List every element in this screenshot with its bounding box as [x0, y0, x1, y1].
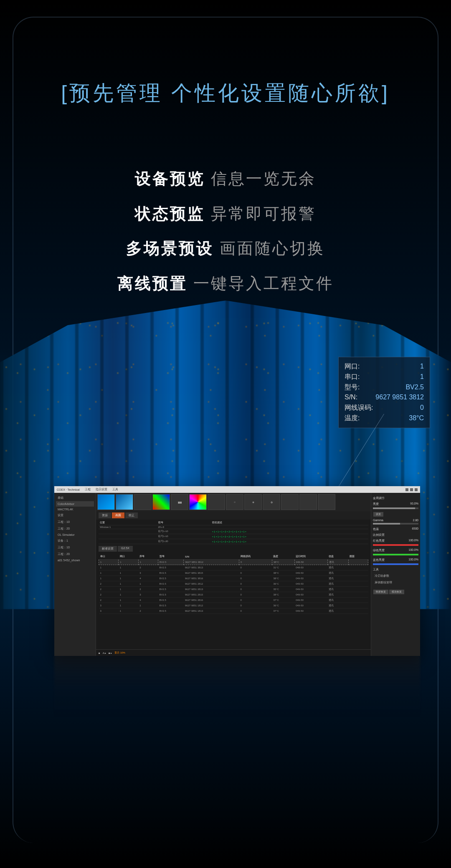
tab-screen[interactable]: 画面 — [112, 512, 124, 518]
blue-slider[interactable] — [373, 563, 418, 565]
callout-label: S/N: — [345, 392, 357, 403]
callout-value: BV2.5 — [405, 382, 424, 393]
sidebar-tab[interactable]: 基础 — [56, 495, 94, 501]
gradient-test-icon[interactable] — [152, 494, 170, 510]
panel-title: 全局调节 — [373, 496, 418, 500]
brightness-value: 93.0% — [410, 502, 418, 506]
sidebar-item[interactable]: 设置 — [56, 512, 94, 519]
table-row[interactable]: 312BV2.59627 9851 1813037°C049-50通讯 — [99, 608, 368, 614]
col-header: 图面 — [348, 554, 368, 560]
feature-row: 状态预监 异常即可报警 — [0, 197, 451, 232]
menu-item[interactable]: 工程 — [85, 487, 91, 492]
maximize-icon — [410, 488, 413, 491]
col-header: 联号 — [157, 520, 211, 525]
red-slider[interactable] — [373, 544, 418, 546]
table-row[interactable]: 111BV2.59627 9851 3812038°C049-50通讯 — [99, 560, 368, 565]
status-item[interactable]: A ▸ — [103, 651, 106, 654]
table-row[interactable]: 213BV2.59627 9851 2815038°C049-50通讯 — [99, 592, 368, 598]
feature-row: 设备预览 信息一览无余 — [0, 161, 451, 197]
color-wheel-icon[interactable] — [189, 494, 207, 510]
table-row[interactable]: 212BV2.59627 9851 2813035°C049-50通讯 — [99, 587, 368, 592]
brightness-slider[interactable] — [373, 507, 418, 509]
tools-label: 工具 — [373, 568, 418, 572]
sidebar-item[interactable]: 工程：20 — [56, 525, 94, 532]
table-row[interactable]: 211BV2.59627 9851 2812036°C049-50通讯 — [99, 581, 368, 587]
gear-icon[interactable]: ⚙ — [263, 494, 280, 510]
brightness-icon[interactable]: ☼ — [226, 494, 243, 510]
sidebar-item[interactable]: 工程：10 — [56, 544, 94, 551]
feature-grey: 画面随心切换 — [220, 240, 325, 257]
page-title: [预先管理 个性化设置随心所欲] — [0, 0, 451, 107]
menu-item[interactable]: 工具 — [112, 487, 118, 492]
tab-resource[interactable]: 资源 — [99, 512, 111, 518]
reflection — [54, 656, 420, 744]
main-panel: ▮▮▮ ☼ ❄ ⚙ 资源 画面 校正 位置 联号 联机描述 Window 12K… — [96, 493, 371, 656]
callout-label: 网线误码: — [345, 403, 373, 413]
sidebar-item[interactable]: 工程：10 — [56, 519, 94, 525]
tab-model[interactable]: G2.5X — [118, 546, 133, 552]
bars-icon[interactable]: ▮▮▮ — [171, 494, 188, 510]
col-header: S/N — [184, 554, 239, 560]
blue-value: 100.0% — [408, 558, 418, 562]
grid-icon[interactable] — [318, 494, 335, 510]
restore-mapping-button[interactable]: 映射恢复 — [373, 590, 388, 594]
table-row[interactable]: 112BV2.59627 9851 3813031°C048-50通讯 — [99, 565, 368, 570]
table-row[interactable]: 113BV2.59627 9851 3815038°C049-50通讯 — [99, 570, 368, 576]
set-button[interactable]: 设置 — [373, 512, 383, 517]
status-item[interactable]: ■ — [99, 652, 100, 654]
callout-value: 1 — [420, 361, 424, 372]
menu-bar: COEX · Technical 工程 指示设置 工具 — [54, 486, 420, 493]
link-status-table: 位置 联号 联机描述 Window 12K+3联号1-10▪ 1 ▪ 1 ▪ 1… — [96, 520, 371, 545]
thumbnail-icon[interactable] — [116, 494, 133, 510]
callout-label: 温度: — [345, 413, 360, 424]
green-label: 绿色亮度 — [373, 548, 385, 553]
col-header: 联机描述 — [211, 520, 368, 525]
green-value: 100.0% — [408, 548, 418, 553]
table-row[interactable]: 311BV2.59627 9851 1812036°C049-50通讯 — [99, 603, 368, 608]
sidebar-item[interactable]: 工程：20 — [56, 551, 94, 558]
tool-item[interactable]: 冷启动参数 — [373, 573, 418, 579]
device-info-callout: 网口:1 串口:1 型号:BV2.5 S/N:9627 9851 3812 网线… — [338, 357, 430, 428]
table-row[interactable]: 214BV2.59627 9851 2816037°C049-50通讯 — [99, 598, 368, 603]
sidebar-item[interactable]: MACTRL4K — [56, 507, 94, 512]
tab-correction[interactable]: 校正 — [125, 512, 138, 518]
green-slider[interactable] — [373, 554, 418, 555]
feature-grey: 一键导入工程文件 — [193, 275, 334, 292]
feature-bold: 离线预置 — [117, 275, 187, 292]
menu-item[interactable]: 指示设置 — [96, 487, 107, 492]
gamma-slider[interactable] — [373, 523, 418, 525]
red-value: 100.0% — [408, 539, 418, 543]
tool-item[interactable]: 屏体断线管理 — [373, 579, 418, 586]
col-header: 网口 — [119, 554, 138, 560]
sidebar-item[interactable]: a01 5452_shown — [56, 558, 94, 563]
sidebar-host[interactable]: ColorAdvisor — [56, 501, 94, 507]
feature-bold: 状态预监 — [135, 205, 205, 222]
close-icon — [415, 488, 418, 491]
col-header: 网线误码 — [239, 554, 272, 560]
app-window: COEX · Technical 工程 指示设置 工具 基础 ColorAdvi… — [54, 486, 420, 656]
snowflake-icon[interactable]: ❄ — [244, 494, 262, 510]
palette-icon[interactable] — [299, 494, 317, 510]
callout-value: 9627 9851 3812 — [375, 392, 424, 403]
tab-standard[interactable]: 标准设置 — [99, 546, 117, 552]
col-header: 串口 — [99, 554, 119, 560]
window-controls[interactable] — [405, 488, 418, 491]
secondary-tabs: 标准设置 G2.5X — [96, 545, 371, 553]
brightness-label: 亮度 — [373, 502, 379, 506]
zoom-label[interactable]: 显示 10% — [114, 651, 125, 655]
feature-row: 多场景预设 画面随心切换 — [0, 231, 451, 266]
device-table: 串口网口序号型号S/N网线误码温度运行时间信息图面111BV2.59627 98… — [96, 553, 371, 649]
thumbnail-icon[interactable] — [97, 494, 115, 510]
status-bar: ■ A ▸ ■ ▸ 显示 10% — [96, 649, 371, 656]
sidebar-item[interactable]: 设备：1 — [56, 537, 94, 544]
status-item[interactable]: ■ ▸ — [109, 651, 112, 654]
restore-module-button[interactable]: 模块恢复 — [389, 590, 404, 594]
col-header: 序号 — [138, 554, 158, 560]
callout-label: 型号: — [345, 382, 360, 393]
sidebar-item[interactable]: OL Simulator — [56, 532, 94, 537]
col-header: 温度 — [272, 554, 294, 560]
table-row[interactable]: 114BV2.59627 9851 3816038°C049-50通讯 — [99, 576, 368, 581]
gamma-label: Gamma — [373, 519, 383, 522]
adjustment-panel: 全局调节 亮度93.0% 设置 Gamma2.80 色温6500 比例设置 红色… — [371, 493, 420, 656]
callout-label: 网口: — [345, 361, 360, 372]
